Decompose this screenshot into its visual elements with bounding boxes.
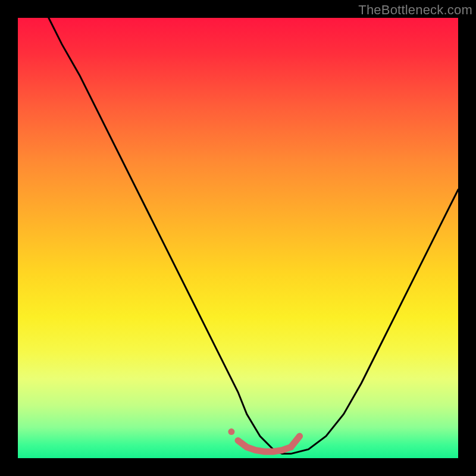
chart-frame: TheBottleneck.com xyxy=(0,0,476,476)
curve-layer xyxy=(18,18,458,458)
svg-point-0 xyxy=(228,428,234,435)
plot-area xyxy=(18,18,458,458)
bottleneck-curve xyxy=(49,18,458,454)
watermark-text: TheBottleneck.com xyxy=(358,2,472,18)
